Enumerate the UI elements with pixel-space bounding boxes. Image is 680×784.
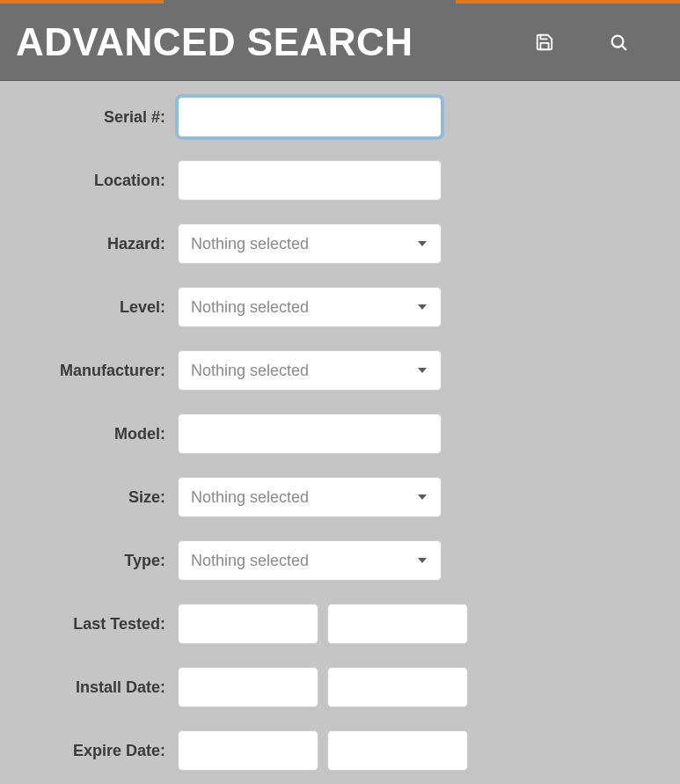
install-date-label: Install Date: xyxy=(18,678,178,697)
expire-date-to-input[interactable] xyxy=(327,730,468,771)
install-date-from-input[interactable] xyxy=(178,667,318,707)
header-actions xyxy=(534,32,664,53)
chevron-down-icon xyxy=(418,241,427,246)
chevron-down-icon xyxy=(418,558,427,563)
location-label: Location: xyxy=(18,172,178,190)
hazard-label: Hazard: xyxy=(18,235,178,253)
search-icon[interactable] xyxy=(608,32,629,53)
hazard-selected-text: Nothing selected xyxy=(191,235,309,253)
type-select[interactable]: Nothing selected xyxy=(178,540,442,581)
row-hazard: Hazard: Nothing selected xyxy=(18,223,662,264)
type-label: Type: xyxy=(18,552,178,570)
manufacturer-select[interactable]: Nothing selected xyxy=(178,350,442,391)
level-label: Level: xyxy=(18,298,178,317)
size-selected-text: Nothing selected xyxy=(191,488,309,507)
type-selected-text: Nothing selected xyxy=(191,552,309,570)
size-select[interactable]: Nothing selected xyxy=(178,477,442,517)
svg-line-1 xyxy=(622,45,626,49)
page-title: ADVANCED SEARCH xyxy=(16,20,534,64)
chevron-down-icon xyxy=(418,304,427,310)
row-size: Size: Nothing selected xyxy=(18,477,662,517)
level-select[interactable]: Nothing selected xyxy=(178,287,442,327)
row-type: Type: Nothing selected xyxy=(18,540,662,581)
last-tested-from-input[interactable] xyxy=(178,604,318,644)
install-date-to-input[interactable] xyxy=(327,667,468,707)
chevron-down-icon xyxy=(418,368,427,373)
manufacturer-label: Manufacturer: xyxy=(18,362,178,380)
hazard-select[interactable]: Nothing selected xyxy=(178,223,442,264)
search-form: Serial #: Location: Hazard: Nothing sele… xyxy=(0,81,680,771)
row-install-date: Install Date: xyxy=(18,667,662,707)
model-input[interactable] xyxy=(178,414,442,454)
model-label: Model: xyxy=(18,425,178,443)
serial-label: Serial #: xyxy=(18,108,178,127)
chevron-down-icon xyxy=(418,495,427,500)
level-selected-text: Nothing selected xyxy=(191,298,309,317)
last-tested-label: Last Tested: xyxy=(18,615,178,634)
save-icon[interactable] xyxy=(534,32,555,53)
location-input[interactable] xyxy=(178,160,442,201)
manufacturer-selected-text: Nothing selected xyxy=(191,362,309,380)
row-level: Level: Nothing selected xyxy=(18,287,662,327)
row-expire-date: Expire Date: xyxy=(18,730,662,771)
header-bar: ADVANCED SEARCH xyxy=(0,4,680,81)
last-tested-to-input[interactable] xyxy=(327,604,468,644)
accent-bar xyxy=(0,0,680,4)
expire-date-from-input[interactable] xyxy=(178,730,318,771)
row-model: Model: xyxy=(18,414,662,454)
row-location: Location: xyxy=(18,160,662,201)
row-last-tested: Last Tested: xyxy=(18,604,662,644)
serial-input[interactable] xyxy=(178,97,442,137)
row-serial: Serial #: xyxy=(18,97,662,137)
size-label: Size: xyxy=(18,488,178,507)
row-manufacturer: Manufacturer: Nothing selected xyxy=(18,350,662,391)
expire-date-label: Expire Date: xyxy=(18,742,178,760)
